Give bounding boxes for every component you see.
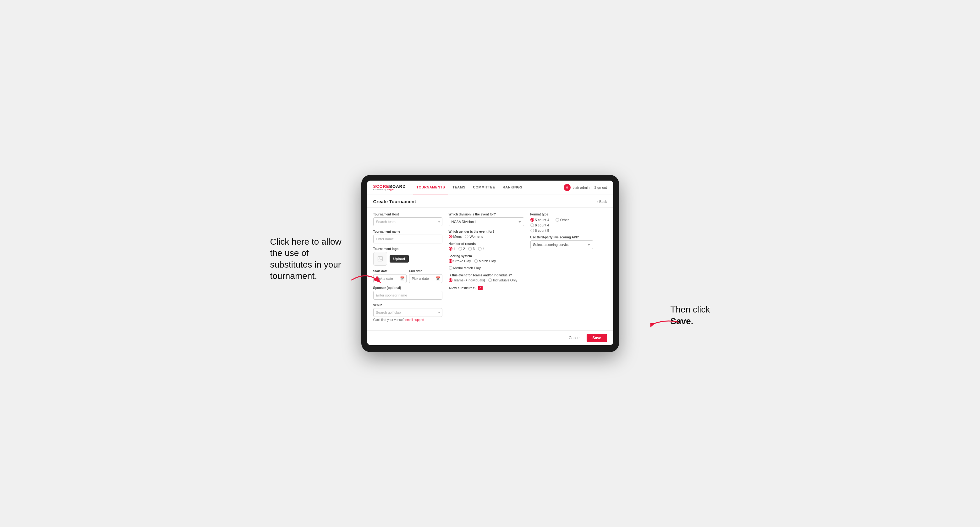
event-type-group: Is this event for Teams and/or Individua…	[449, 273, 524, 282]
tournament-host-label: Tournament Host	[373, 213, 442, 216]
allow-subs-label: Allow substitutes?	[449, 286, 476, 290]
logo-upload-area: Upload	[373, 252, 442, 266]
format-6count4[interactable]: 6 count 4	[530, 223, 549, 227]
rounds-group: Number of rounds 1 2	[449, 242, 524, 251]
page-title: Create Tournament	[373, 199, 416, 204]
radio-individuals	[488, 278, 492, 282]
svg-rect-0	[378, 257, 382, 261]
user-name: blair admin	[573, 186, 589, 189]
save-button[interactable]: Save	[587, 334, 607, 342]
gender-radio-group: Mens Womens	[449, 235, 524, 238]
format-6count5[interactable]: 6 count 5	[530, 229, 549, 232]
event-individuals[interactable]: Individuals Only	[488, 278, 517, 282]
nav-link-committee[interactable]: COMMITTEE	[470, 181, 498, 194]
radio-r3	[468, 247, 472, 251]
sponsor-label: Sponsor (optional)	[373, 286, 442, 290]
gender-mens[interactable]: Mens	[449, 235, 462, 238]
sponsor-group: Sponsor (optional)	[373, 286, 442, 300]
col-mid: Which division is the event for? NCAA Di…	[449, 213, 524, 325]
tournament-host-input[interactable]	[373, 217, 442, 226]
allow-subs-row: Allow substitutes? ✓	[449, 286, 524, 290]
date-row: Start date 📅 End date 📅	[373, 270, 442, 283]
gender-label: Which gender is the event for?	[449, 230, 524, 233]
division-select[interactable]: NCAA Division I	[449, 217, 524, 226]
nav-link-rankings[interactable]: RANKINGS	[500, 181, 526, 194]
nav-user: B blair admin | Sign out	[564, 184, 607, 191]
api-label: Use third-party live scoring API?	[530, 235, 607, 239]
radio-teams	[449, 278, 452, 282]
chevron-down-icon-2: ▾	[438, 311, 440, 314]
tablet-frame: SCOREBOARD Powered by clippd TOURNAMENTS…	[361, 175, 619, 352]
format-other[interactable]: Other	[555, 218, 569, 222]
scoring-medal[interactable]: Medal Match Play	[449, 266, 481, 270]
tournament-name-label: Tournament name	[373, 230, 442, 233]
radio-medal	[449, 266, 452, 270]
annotation-left: Click here to allow the use of substitut…	[270, 236, 345, 282]
gender-womens[interactable]: Womens	[465, 235, 483, 238]
page-header: Create Tournament Back	[367, 194, 613, 208]
chevron-down-icon: ▾	[438, 220, 440, 224]
tournament-name-group: Tournament name	[373, 230, 442, 243]
rounds-1[interactable]: 1	[449, 247, 455, 251]
image-icon	[377, 256, 383, 262]
page-wrapper: Click here to allow the use of substitut…	[270, 162, 710, 365]
tablet-screen: SCOREBOARD Powered by clippd TOURNAMENTS…	[367, 181, 613, 345]
scoring-radio-group: Stroke Play Match Play Medal Match Play	[449, 259, 524, 270]
format-col-1: 5 count 4 6 count 4 6 count 5	[530, 218, 549, 232]
scoring-stroke[interactable]: Stroke Play	[449, 259, 471, 263]
venue-input[interactable]	[373, 308, 442, 317]
radio-6c4	[530, 223, 534, 227]
venue-group: Venue ▾ Can't find your venue? email sup…	[373, 303, 442, 322]
nav-link-teams[interactable]: TEAMS	[449, 181, 468, 194]
radio-stroke	[449, 259, 452, 263]
format-options: 5 count 4 6 count 4 6 count 5	[530, 218, 607, 232]
rounds-2[interactable]: 2	[458, 247, 465, 251]
svg-point-1	[379, 257, 380, 259]
radio-r2	[458, 247, 462, 251]
format-group: Format type 5 count 4 6 count 4	[530, 213, 607, 232]
format-label: Format type	[530, 213, 607, 216]
radio-r1	[449, 247, 452, 251]
event-teams[interactable]: Teams (+Individuals)	[449, 278, 485, 282]
end-date-group: End date 📅	[409, 270, 442, 283]
nav-link-tournaments[interactable]: TOURNAMENTS	[413, 181, 448, 194]
radio-other	[555, 218, 559, 222]
allow-subs-checkbox[interactable]: ✓	[478, 286, 483, 290]
rounds-radio-group: 1 2 3 4	[449, 247, 524, 251]
col-left: Tournament Host ▾ Tournament name Tourna…	[373, 213, 442, 325]
radio-r4	[478, 247, 482, 251]
nav-links: TOURNAMENTS TEAMS COMMITTEE RANKINGS	[413, 181, 564, 194]
radio-womens	[465, 235, 468, 238]
tournament-name-input[interactable]	[373, 235, 442, 243]
rounds-label: Number of rounds	[449, 242, 524, 246]
gender-group: Which gender is the event for? Mens Wome…	[449, 230, 524, 238]
rounds-4[interactable]: 4	[478, 247, 485, 251]
division-group: Which division is the event for? NCAA Di…	[449, 213, 524, 226]
sponsor-input[interactable]	[373, 291, 442, 300]
scoring-label: Scoring system	[449, 254, 524, 258]
scoring-service-select[interactable]: Select a scoring service	[530, 240, 593, 249]
end-date-label: End date	[409, 270, 442, 273]
email-support-link[interactable]: email support	[405, 318, 424, 322]
venue-label: Venue	[373, 303, 442, 307]
sign-out-link[interactable]: Sign out	[594, 186, 607, 189]
radio-match	[474, 259, 478, 263]
format-col-2: Other	[555, 218, 569, 232]
calendar-icon-2: 📅	[436, 276, 441, 281]
event-type-radio-group: Teams (+Individuals) Individuals Only	[449, 278, 524, 282]
cancel-button[interactable]: Cancel	[565, 334, 584, 342]
start-date-label: Start date	[373, 270, 407, 273]
scoring-match[interactable]: Match Play	[474, 259, 496, 263]
radio-6c5	[530, 229, 534, 232]
col-right: Format type 5 count 4 6 count 4	[530, 213, 607, 325]
rounds-3[interactable]: 3	[468, 247, 475, 251]
allow-subs-group: Allow substitutes? ✓	[449, 286, 524, 290]
api-group: Use third-party live scoring API? Select…	[530, 235, 607, 249]
nav-logo-text: SCOREBOARD	[373, 184, 406, 189]
calendar-icon: 📅	[400, 276, 405, 281]
back-link[interactable]: Back	[597, 200, 607, 203]
upload-button[interactable]: Upload	[390, 255, 409, 263]
event-type-label: Is this event for Teams and/or Individua…	[449, 273, 524, 277]
tournament-logo-label: Tournament logo	[373, 247, 442, 251]
format-5count4[interactable]: 5 count 4	[530, 218, 549, 222]
